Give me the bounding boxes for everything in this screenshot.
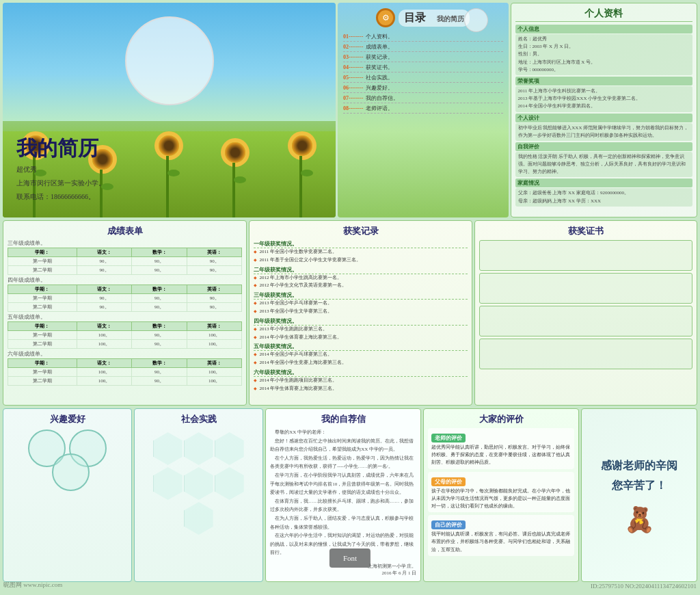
middle-row: 成绩表单 三年级成绩单。 学期： 语文： 数学： 英语： 第一学期90。90。9… <box>0 219 700 407</box>
cert-panel: 获奖证书 <box>474 220 697 406</box>
comments-title: 大家的评价 <box>428 413 574 425</box>
table-row: 第二学期100。90。100。 <box>8 377 242 386</box>
table-row: 第一学期100。90。100。 <box>8 368 242 377</box>
toc-item-3: 03--------获奖记录。 <box>343 52 503 62</box>
sunflower-5 <box>291 135 314 217</box>
sunflower-leaf-4 <box>234 176 246 183</box>
table-row: 第二学期90。90。90。 <box>8 303 242 312</box>
awards-title: 获奖记录 <box>254 225 467 237</box>
self-eval-section: 自己的评价 我平时能认真听课，积极发言，有问必答。课后也能认真完成老师布置的作业… <box>428 515 574 556</box>
letter-title: 我的自荐信 <box>270 413 416 425</box>
award-item: 2013 年全国小学生文学赛第三名。 <box>254 308 467 315</box>
family-title: 家庭情况 <box>515 178 692 187</box>
cover-panel: 我的简历 超优秀 上海市闵行区第一实验小学。 联系电话：18666666666。 <box>3 3 336 217</box>
cover-name: 超优秀 上海市闵行区第一实验小学。 联系电话：18666666666。 <box>16 163 105 204</box>
watermark-right: ID:25797510 NO:20240411134724602101 <box>591 583 697 590</box>
toc-item-4: 04--------获奖证书。 <box>343 62 503 72</box>
grade-period-4: 四年级成绩单。 <box>8 277 242 284</box>
grade-period-6: 六年级成绩单。 <box>8 351 242 358</box>
personal-self: 我的性格 活泼开朗 乐于助人 积极，具有一定的创新精神和探索精神，竞争意识强。面… <box>515 152 692 178</box>
hobby-circle-3 <box>52 453 90 491</box>
self-eval-text: 我平时能认真听课，积极发言，有问必答。课后也能认真完成老师布置的作业，并积极练习… <box>431 531 571 554</box>
cert-image-4 <box>479 339 692 369</box>
hexagon-2 <box>185 432 213 465</box>
personal-title: 个人资料 <box>515 8 692 22</box>
personal-panel: 个人资料 个人信息 姓名：超优秀 生日：2003 年 X 月 X 日。 性别：男… <box>511 3 697 217</box>
hexagon-3 <box>215 432 244 465</box>
toc-item-5: 05--------社会实践。 <box>343 72 503 83</box>
hobby-title: 兴趣爱好 <box>8 413 127 425</box>
hexagon-1 <box>154 432 183 465</box>
comments-panel: 大家的评价 老师的评价 超优秀同学能认真听讲，勤思好问，积极发言。对于学习，始终… <box>423 408 579 582</box>
table-row: 第一学期90。90。90。 <box>8 257 242 266</box>
teacher-comment-text: 超优秀同学能认真听讲，勤思好问，积极发言。对于学习，始终保持积极、勇于探索的态度… <box>431 444 571 467</box>
toc-item-1: 01--------个人资料。 <box>343 31 503 42</box>
award-item: 2014 年学生体育赛上海比赛第三名。 <box>254 386 467 393</box>
personal-awards: 2011 年上海市小学生科技比赛第一名。 2013 年基于上海市中学校园XXX … <box>515 86 692 112</box>
grades-table-3: 学期： 语文： 数学： 英语： 第一学期90。90。90。 第二学期90。90。… <box>8 248 242 275</box>
award-item: 2012 年上海市小学生跳高比赛第一名。 <box>254 275 467 282</box>
profile-circle <box>125 16 214 105</box>
hexagon-6 <box>215 467 244 500</box>
award-item: 2014 年小学生跑跑项目比赛第三名。 <box>254 378 467 384</box>
hobby-panel: 兴趣爱好 <box>3 408 132 582</box>
hexagon-5 <box>185 467 213 500</box>
award-year-6: 六年级获奖情况。 <box>254 369 467 377</box>
grades-table-4: 学期：语文：数学：英语： 第一学期90。90。90。 第二学期90。90。90。 <box>8 285 242 312</box>
grade-period-5: 五年级成绩单。 <box>8 314 242 321</box>
table-row: 第一学期100。90。100。 <box>8 331 242 340</box>
cert-image-2 <box>479 273 692 304</box>
award-item: 2013 年全国少年乒乓球赛第一名。 <box>254 300 467 307</box>
hexagon-grid <box>139 432 258 535</box>
sunflower-leaf-5 <box>301 170 313 176</box>
sunflower-stem-4 <box>232 163 235 217</box>
toc-item-7: 07--------我的自荐信。 <box>343 93 503 103</box>
social-title: 社会实践 <box>139 413 258 425</box>
award-item: 2011 年全国小学生数学竞赛第二名。 <box>254 249 467 256</box>
personal-family: 父亲：超级爸爸 上海市 XX 家庭电话：9200000000。 母亲：超级妈妈 … <box>515 188 692 206</box>
self-eval-title: 自己的评价 <box>431 520 466 529</box>
toc-panel: ⚙ 目录 我的简历 01--------个人资料。 02--------成绩表单… <box>338 3 509 217</box>
grades-table-5: 学期：语文：数学：英语： 第一学期100。90。100。 第二学期100。90。… <box>8 321 242 349</box>
awards-title: 荣誉奖项 <box>515 77 692 85</box>
parent-comment-title: 父母的评价 <box>431 477 466 486</box>
teacher-comment-title: 老师的评价 <box>431 434 466 442</box>
personal-basic-info: 姓名：超优秀 生日：2003 年 X 月 X 日。 性别：男。 地址：上海市闵行… <box>515 34 692 75</box>
award-item: 2011 年基于全国公定义小学生文学竞赛第三名。 <box>254 257 467 264</box>
award-item: 2014 年全国少年乒乓球赛第三名。 <box>254 352 467 358</box>
font-label: Font <box>329 548 371 568</box>
table-row: 第二学期90。90。90。 <box>8 266 242 275</box>
watermark-left: 昵图网 www.nipic.com <box>3 581 62 590</box>
thanks-title: 感谢老师的辛阅 您辛苦了！ <box>601 456 677 496</box>
plan-title: 个人设计 <box>515 114 692 122</box>
toc-item-8: 08--------老师评语。 <box>343 103 503 114</box>
teacher-comment-section: 老师的评价 超优秀同学能认真听讲，勤思好问，积极发言。对于学习，始终保持积极、勇… <box>428 428 574 469</box>
main-container: 我的简历 超优秀 上海市闵行区第一实验小学。 联系电话：18666666666。… <box>0 0 700 595</box>
table-row: 第二学期100。90。100。 <box>8 340 242 349</box>
parent-comment-text: 孩子在学校的学习中，每次测验都能良好完成。在小学六年中，他从未因为学习或生活情况… <box>431 488 571 511</box>
cert-title: 获奖证书 <box>479 225 692 237</box>
sunflower-stem-3 <box>166 156 169 217</box>
hexagon-4 <box>154 467 183 500</box>
hobby-circles-container <box>8 429 127 491</box>
award-year-3: 三年级获奖情况。 <box>254 291 467 300</box>
letter-content: 尊敬的XX 中学的老师： 您好！感谢您在百忙之中抽出时间来阅读我的简历。在此，我… <box>270 428 416 557</box>
toc-items-list: 01--------个人资料。 02--------成绩表单。 03------… <box>343 31 503 114</box>
award-year-1: 一年级获奖情况。 <box>254 240 467 248</box>
award-year-2: 二年级获奖情况。 <box>254 266 467 274</box>
award-year-5: 五年级获奖情况。 <box>254 343 467 351</box>
toc-circle-decoration <box>464 8 488 32</box>
self-title: 自我评价 <box>515 142 692 151</box>
grades-title: 成绩表单 <box>8 225 242 237</box>
cert-image-1 <box>479 240 692 271</box>
personal-basic-title: 个人信息 <box>515 25 692 34</box>
cover-main-title: 我的简历 <box>16 135 105 163</box>
award-item: 2012 年小学生文化节及英语竞赛第一名。 <box>254 282 467 289</box>
toc-item-2: 02--------成绩表单。 <box>343 42 503 52</box>
parent-comment-section: 父母的评价 孩子在学校的学习中，每次测验都能良好完成。在小学六年中，他从未因为学… <box>428 472 574 513</box>
awards-panel: 获奖记录 一年级获奖情况。 2011 年全国小学生数学竞赛第二名。 2011 年… <box>249 220 472 406</box>
hexagon-7 <box>185 502 213 535</box>
personal-plan: 初中毕业后 我想能够进入XXX 师范附属中学继续学习，努力朝着我的目标努力，作为… <box>515 123 692 141</box>
table-row: 第一学期90。90。90。 <box>8 294 242 303</box>
sunflower-head-4 <box>225 142 245 163</box>
